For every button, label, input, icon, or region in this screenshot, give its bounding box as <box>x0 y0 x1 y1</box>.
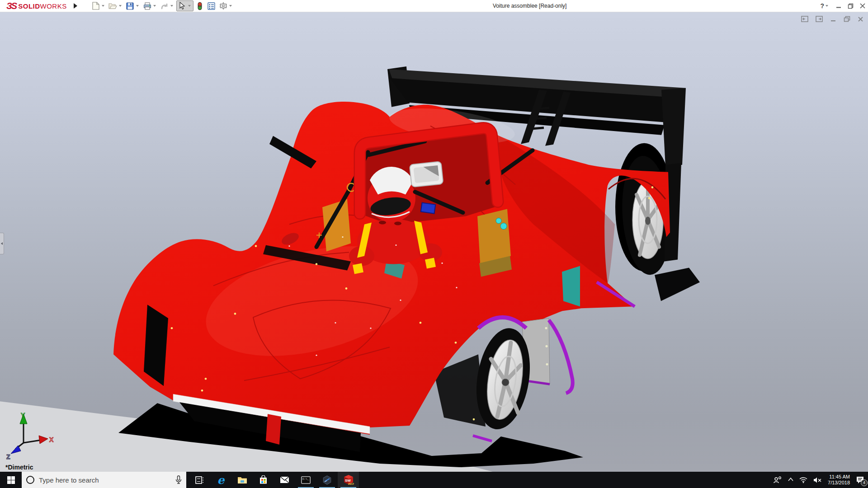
select-button[interactable] <box>176 0 193 11</box>
mail-button[interactable] <box>274 472 295 488</box>
brand-text-bold: SOLID <box>18 2 40 10</box>
action-center-button[interactable]: 4 <box>856 476 864 484</box>
window-controls: ? <box>820 0 865 12</box>
rearview-mirror[interactable] <box>410 161 443 187</box>
doc-restore-button[interactable] <box>844 16 850 22</box>
taskbar-apps: e <box>189 472 359 488</box>
settings-button[interactable] <box>218 1 234 11</box>
print-dropdown[interactable] <box>153 5 156 7</box>
store-icon <box>259 475 268 484</box>
display-options-button[interactable] <box>206 1 217 11</box>
restore-button[interactable] <box>848 3 854 9</box>
rebuild-button[interactable] <box>194 1 205 11</box>
minimize-button[interactable] <box>836 3 841 9</box>
tray-clock[interactable]: 11:45 AM 7/13/2018 <box>828 474 850 486</box>
quick-access-toolbar <box>90 0 234 11</box>
properties-list-icon <box>207 1 216 10</box>
microphone-icon[interactable] <box>175 475 182 484</box>
people-icon[interactable] <box>773 476 782 483</box>
tray-time: 11:45 AM <box>828 474 850 480</box>
print-button[interactable] <box>142 1 158 11</box>
solidworks-app-icon: SW 2017 <box>343 474 354 485</box>
orientation-triad: Y X Z <box>3 411 57 461</box>
undo-icon <box>160 1 169 10</box>
file-explorer-button[interactable] <box>231 472 253 488</box>
open-icon <box>108 1 118 10</box>
open-dropdown[interactable] <box>119 5 122 7</box>
triad-y-label: Y <box>21 412 25 419</box>
traffic-light-icon <box>195 1 204 10</box>
sidepod-teal-panel <box>562 266 580 306</box>
tray-date: 7/13/2018 <box>828 480 850 486</box>
help-button[interactable]: ? <box>820 2 830 9</box>
save-icon <box>126 1 135 10</box>
command-prompt-icon: C:\_ <box>301 476 311 484</box>
notification-badge: 4 <box>861 479 868 486</box>
store-button[interactable] <box>253 472 274 488</box>
harness-buckle <box>421 203 435 214</box>
solidworks-taskbar-button[interactable]: SW 2017 <box>338 472 359 488</box>
help-icon: ? <box>820 2 824 9</box>
gear-icon <box>219 1 228 10</box>
pane-left-button[interactable] <box>801 16 808 22</box>
save-dropdown[interactable] <box>136 5 139 7</box>
edge-icon: e <box>217 474 225 487</box>
edge-button[interactable]: e <box>210 472 231 488</box>
pane-right-button[interactable] <box>816 16 823 22</box>
solidworks-logo: ЗS SOLIDWORKS <box>0 0 71 12</box>
cad-viewer-icon <box>322 475 332 485</box>
brand-text-light: WORKS <box>40 2 67 10</box>
undo-button[interactable] <box>159 1 175 11</box>
menu-flyout-arrow[interactable] <box>71 2 80 10</box>
system-tray: 11:45 AM 7/13/2018 4 <box>773 472 868 488</box>
command-prompt-button[interactable]: C:\_ <box>295 472 316 488</box>
cortana-icon <box>26 476 34 484</box>
taskbar-search-box[interactable]: Type here to search <box>22 472 186 488</box>
windows-logo-icon <box>7 476 15 484</box>
cmd-glyph: C:\_ <box>302 478 309 481</box>
doc-minimize-button[interactable] <box>830 16 836 22</box>
search-placeholder: Type here to search <box>39 476 171 484</box>
close-button[interactable] <box>860 3 865 9</box>
sw-year: 2017 <box>348 483 354 485</box>
undo-dropdown[interactable] <box>170 5 173 7</box>
select-dropdown[interactable] <box>188 5 191 7</box>
solidworks-window: ЗS SOLIDWORKS <box>0 0 868 488</box>
select-cursor-icon <box>178 1 187 10</box>
car-model-render <box>0 12 868 472</box>
new-document-button[interactable] <box>90 1 107 11</box>
triad-x-label: X <box>49 436 54 443</box>
triad-z-label: Z <box>6 453 10 460</box>
help-dropdown[interactable] <box>826 5 828 7</box>
start-button[interactable] <box>0 472 22 488</box>
solidworks-logo-icon: ЗS <box>6 1 16 11</box>
new-document-dropdown[interactable] <box>102 5 104 7</box>
windows-taskbar: Type here to search e <box>0 472 868 488</box>
graphics-viewport[interactable]: Y X Z *Dimetric <box>0 12 868 472</box>
mail-icon <box>280 476 289 483</box>
view-orientation-label: *Dimetric <box>5 464 33 471</box>
save-button[interactable] <box>125 1 141 11</box>
volume-muted-icon[interactable] <box>813 477 822 483</box>
tray-expand-chevron[interactable] <box>788 478 793 481</box>
titlebar: ЗS SOLIDWORKS <box>0 0 868 12</box>
new-document-icon <box>91 1 100 10</box>
cad-viewer-button[interactable] <box>316 472 338 488</box>
document-window-controls <box>801 16 863 22</box>
window-title: Voiture assomblee [Read-only] <box>493 0 566 12</box>
print-icon <box>143 1 152 10</box>
doc-close-button[interactable] <box>858 16 863 22</box>
task-view-icon <box>195 476 204 484</box>
wifi-icon[interactable] <box>799 477 807 483</box>
settings-dropdown[interactable] <box>229 5 232 7</box>
task-view-button[interactable] <box>189 472 210 488</box>
file-explorer-icon <box>237 476 247 484</box>
feature-manager-collapsed-tab[interactable] <box>0 233 4 254</box>
open-button[interactable] <box>108 1 124 11</box>
